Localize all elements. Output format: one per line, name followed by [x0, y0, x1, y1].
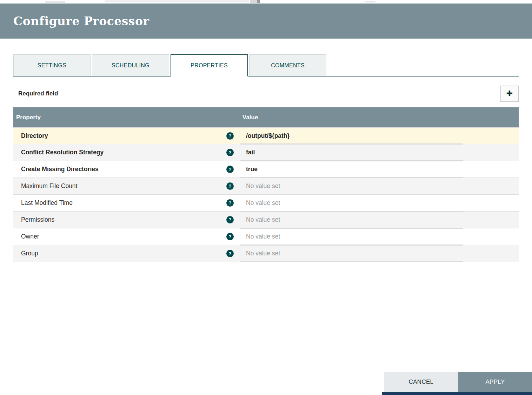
dialog-title: Configure Processor [13, 14, 149, 28]
table-body: Directory?/output/${path}Conflict Resolu… [13, 127, 519, 262]
plus-icon: ✚ [506, 90, 513, 98]
property-name-cell: Permissions? [13, 212, 240, 228]
background-artifact [365, 1, 375, 2]
add-property-button[interactable]: ✚ [500, 86, 519, 102]
property-value-text: No value set [246, 199, 280, 207]
background-artifact [105, 0, 249, 2]
configure-processor-dialog: Configure Processor SETTINGSSCHEDULINGPR… [0, 0, 532, 262]
property-value-cell[interactable]: true [240, 161, 463, 178]
background-artifact [382, 392, 532, 395]
properties-toolbar: Required field ✚ [13, 85, 519, 102]
help-icon[interactable]: ? [226, 132, 234, 140]
property-value-cell[interactable]: No value set [240, 245, 463, 262]
row-actions-cell [463, 161, 519, 178]
background-artifact [257, 0, 260, 3]
background-bottom-strip [0, 392, 532, 395]
row-actions-cell [463, 212, 519, 228]
property-value-cell[interactable]: No value set [240, 212, 463, 228]
property-value-cell[interactable]: /output/${path} [240, 128, 463, 144]
property-name: Maximum File Count [21, 182, 77, 190]
table-row[interactable]: Directory?/output/${path} [13, 127, 519, 144]
property-value-text: No value set [246, 233, 280, 240]
tab-properties[interactable]: PROPERTIES [171, 54, 248, 76]
column-header-value: Value [240, 114, 463, 121]
table-header-row: Property Value [13, 107, 519, 127]
background-canvas-strip [0, 0, 532, 4]
help-icon[interactable]: ? [226, 216, 234, 223]
table-row[interactable]: Last Modified Time?No value set [13, 195, 519, 212]
table-row[interactable]: Conflict Resolution Strategy?fail [13, 144, 519, 161]
dialog-footer: CANCEL APPLY [384, 372, 532, 392]
column-header-property: Property [13, 114, 240, 121]
property-name-cell: Maximum File Count? [13, 178, 240, 194]
tab-scheduling[interactable]: SCHEDULING [92, 54, 169, 76]
table-row[interactable]: Maximum File Count?No value set [13, 178, 519, 195]
tab-settings[interactable]: SETTINGS [13, 54, 91, 76]
property-name: Owner [21, 233, 39, 240]
property-value-text: fail [246, 149, 255, 156]
properties-table: Property Value Directory?/output/${path}… [13, 107, 519, 262]
property-value-text: No value set [246, 182, 280, 190]
property-name-cell: Group? [13, 245, 240, 262]
help-icon[interactable]: ? [226, 250, 234, 257]
property-value-cell[interactable]: No value set [240, 228, 463, 245]
property-value-cell[interactable]: fail [240, 144, 463, 161]
help-icon[interactable]: ? [226, 182, 234, 190]
tab-comments[interactable]: COMMENTS [249, 54, 326, 76]
property-name-cell: Create Missing Directories? [13, 161, 240, 178]
table-row[interactable]: Group?No value set [13, 245, 519, 262]
property-name-cell: Last Modified Time? [13, 195, 240, 211]
property-name: Create Missing Directories [21, 166, 99, 173]
required-field-label: Required field [13, 90, 58, 97]
table-row[interactable]: Create Missing Directories?true [13, 161, 519, 178]
property-value-text: /output/${path} [246, 132, 290, 140]
help-icon[interactable]: ? [226, 199, 234, 207]
table-row[interactable]: Permissions?No value set [13, 212, 519, 228]
row-actions-cell [463, 178, 519, 194]
help-icon[interactable]: ? [226, 149, 234, 156]
property-name-cell: Owner? [13, 228, 240, 245]
row-actions-cell [463, 195, 519, 211]
property-name: Last Modified Time [21, 199, 73, 207]
property-value-text: No value set [246, 216, 280, 223]
property-name: Group [21, 250, 38, 257]
property-name-cell: Conflict Resolution Strategy? [13, 144, 240, 161]
row-actions-cell [463, 128, 519, 144]
property-name: Directory [21, 132, 48, 140]
cancel-button[interactable]: CANCEL [384, 372, 458, 392]
property-value-text: true [246, 166, 258, 173]
tab-bar: SETTINGSSCHEDULINGPROPERTIESCOMMENTS [13, 54, 519, 76]
help-icon[interactable]: ? [226, 233, 234, 240]
property-value-cell[interactable]: No value set [240, 195, 463, 211]
property-name: Conflict Resolution Strategy [21, 149, 104, 156]
property-name-cell: Directory? [13, 128, 240, 144]
property-value-cell[interactable]: No value set [240, 178, 463, 194]
row-actions-cell [463, 144, 519, 161]
apply-button[interactable]: APPLY [458, 372, 532, 392]
table-row[interactable]: Owner?No value set [13, 228, 519, 245]
row-actions-cell [463, 228, 519, 245]
help-icon[interactable]: ? [226, 166, 234, 173]
background-artifact [45, 1, 65, 3]
property-name: Permissions [21, 216, 54, 223]
property-value-text: No value set [246, 250, 280, 257]
row-actions-cell [463, 245, 519, 262]
dialog-header: Configure Processor [0, 4, 532, 39]
